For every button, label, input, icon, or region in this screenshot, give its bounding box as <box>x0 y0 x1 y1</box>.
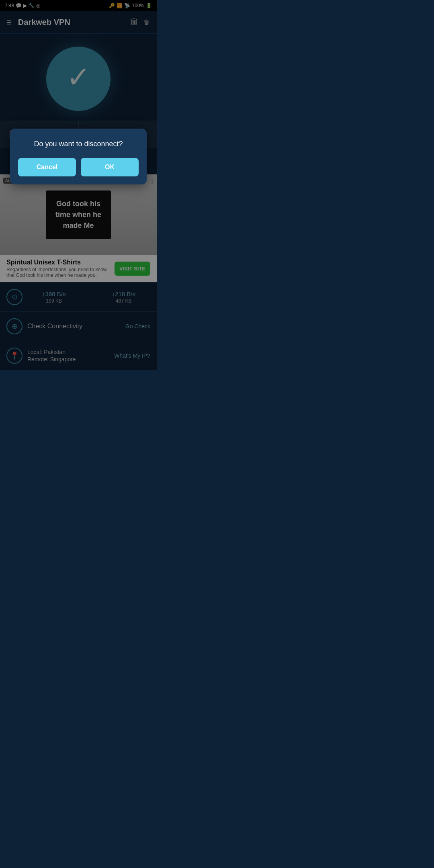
cancel-button[interactable]: Cancel <box>18 158 76 176</box>
ok-button[interactable]: OK <box>81 158 139 176</box>
dialog-title: Do you want to disconnect? <box>18 140 139 148</box>
dialog-buttons: Cancel OK <box>18 158 139 176</box>
disconnect-dialog: Do you want to disconnect? Cancel OK <box>10 129 147 184</box>
dialog-overlay: Do you want to disconnect? Cancel OK <box>0 0 157 370</box>
